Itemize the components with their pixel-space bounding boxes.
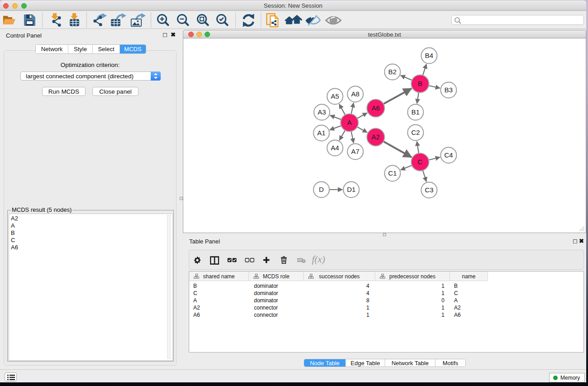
svg-text:B2: B2 (388, 68, 397, 76)
svg-text:B4: B4 (425, 52, 433, 59)
svg-text:D1: D1 (347, 186, 355, 193)
svg-text:A2: A2 (372, 133, 380, 141)
svg-text:A3: A3 (318, 108, 326, 116)
svg-text:A8: A8 (351, 90, 359, 98)
svg-text:C3: C3 (425, 186, 433, 194)
svg-text:B3: B3 (445, 86, 453, 94)
svg-text:C2: C2 (411, 129, 420, 136)
svg-text:B1: B1 (411, 108, 420, 116)
svg-text:A1: A1 (317, 129, 325, 137)
svg-text:A6: A6 (372, 104, 380, 112)
svg-text:B: B (418, 80, 422, 87)
svg-text:A: A (347, 119, 352, 126)
svg-text:C: C (418, 158, 423, 166)
svg-text:A5: A5 (331, 92, 339, 100)
svg-text:A4: A4 (331, 144, 339, 152)
svg-text:C1: C1 (388, 169, 397, 177)
svg-text:A7: A7 (351, 148, 359, 155)
svg-text:C4: C4 (444, 151, 453, 159)
svg-text:D: D (319, 186, 324, 193)
